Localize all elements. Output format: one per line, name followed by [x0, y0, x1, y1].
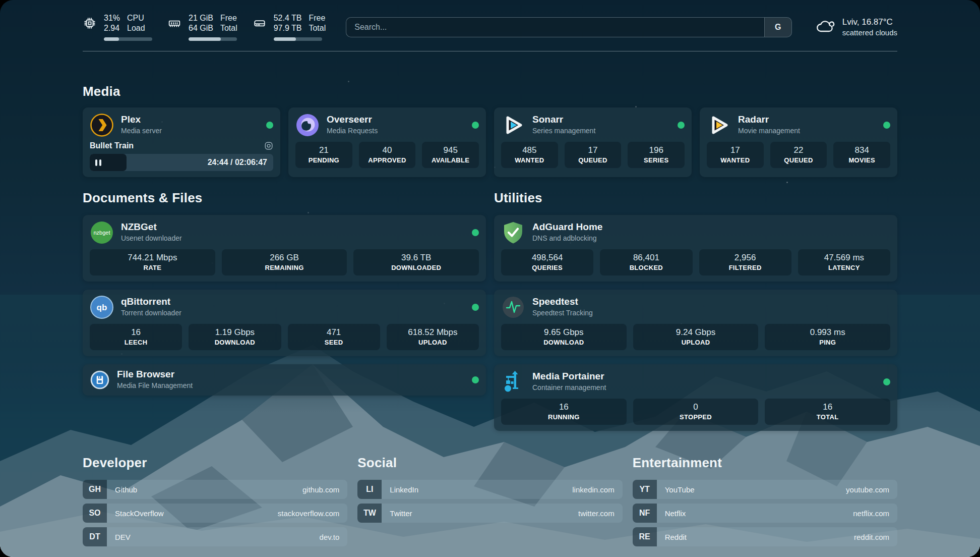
bookmark-github[interactable]: GH Github github.com [83, 480, 347, 499]
weather-widget: Lviv, 16.87°C scattered clouds [815, 17, 897, 38]
stat-value: 471 [291, 327, 377, 338]
stat-value: 9.24 Gbps [636, 327, 756, 338]
portainer-icon [501, 370, 525, 394]
search-bar: G [346, 17, 792, 37]
status-online-dot [472, 122, 479, 129]
app-card-filebrowser[interactable]: File Browser Media File Management [83, 364, 486, 396]
media-card-row: Plex Media server Bullet Train [83, 107, 897, 177]
weather-condition: scattered clouds [842, 27, 897, 38]
bookmark-group-developer: Developer GH Github github.com SO StackO… [83, 455, 347, 551]
disk-label-top: Free [309, 13, 326, 23]
app-card-radarr[interactable]: Radarr Movie management 17 WANTED 22 QUE… [700, 107, 897, 177]
stat-label: LEECH [93, 339, 179, 347]
stat-value: 834 [836, 145, 887, 155]
bookmark-dev[interactable]: DT DEV dev.to [83, 527, 347, 546]
disk-icon [253, 16, 267, 30]
stat-value: 9.65 Gbps [504, 327, 624, 338]
stat-value: 618.52 Mbps [390, 327, 476, 338]
stat-value: 2,956 [702, 253, 788, 263]
radarr-icon [707, 113, 731, 137]
bookmark-netflix[interactable]: NF Netflix netflix.com [633, 504, 897, 523]
bookmark-tag: LI [357, 480, 382, 499]
stat-value: 485 [504, 145, 555, 155]
bookmark-linkedin[interactable]: LI LinkedIn linkedin.com [357, 480, 622, 499]
stat-value: 16 [768, 402, 887, 412]
stat-label: PING [768, 339, 887, 347]
stat-value: 16 [504, 402, 624, 412]
stat-label: UPLOAD [636, 339, 756, 347]
stat-value: 0 [636, 402, 756, 412]
cpu-load-value: 2.94 [104, 23, 120, 33]
bookmark-twitter[interactable]: TW Twitter twitter.com [357, 504, 622, 523]
now-playing-icon[interactable] [264, 141, 273, 150]
bookmark-group-social: Social LI LinkedIn linkedin.com TW Twitt… [357, 455, 622, 551]
stat-tile-running: 16 RUNNING [501, 399, 627, 425]
pause-icon[interactable] [95, 159, 101, 166]
filebrowser-icon [90, 370, 110, 390]
stat-tile-upload: 9.24 Gbps UPLOAD [633, 324, 759, 350]
sonarr-icon [501, 113, 525, 137]
snow-specks [0, 0, 2, 2]
weather-location-temp: Lviv, 16.87°C [842, 17, 897, 27]
app-card-sonarr[interactable]: Sonarr Series management 485 WANTED 17 Q… [494, 107, 692, 177]
stat-value: 266 GB [225, 253, 344, 263]
status-online-dot [883, 378, 890, 385]
stat-tile-queries: 498,564 QUERIES [501, 249, 593, 275]
top-bar: 31% 2.94 CPU Load [83, 13, 897, 41]
stat-value: 744.21 Mbps [93, 253, 212, 263]
search-input[interactable] [346, 17, 792, 37]
bookmark-url: twitter.com [578, 509, 615, 518]
stat-tile-series: 196 SERIES [628, 142, 685, 168]
playback-time: 24:44 / 02:06:47 [208, 158, 267, 167]
stat-value: 21 [298, 145, 349, 155]
stat-label: AVAILABLE [425, 156, 476, 164]
bookmark-tag: YT [633, 480, 657, 499]
app-card-speedtest[interactable]: Speedtest Speedtest Tracking 9.65 Gbps D… [494, 290, 897, 356]
stat-tile-download: 9.65 Gbps DOWNLOAD [501, 324, 627, 350]
bookmark-tag: DT [83, 527, 107, 546]
section-title-documents: Documents & Files [83, 190, 486, 206]
bookmark-stackoverflow[interactable]: SO StackOverflow stackoverflow.com [83, 504, 347, 523]
app-description: Movie management [738, 125, 800, 136]
memory-label-bottom: Total [220, 23, 237, 33]
stat-label: SEED [291, 339, 377, 347]
stat-value: 22 [773, 145, 824, 155]
documents-column: Documents & Files nzbget NZBGet Usenet d [83, 190, 486, 396]
cpu-labels: CPU Load [127, 13, 145, 33]
cpu-label-bottom: Load [127, 23, 145, 33]
app-name: Plex [121, 114, 162, 125]
playback-progress-bar[interactable]: 24:44 / 02:06:47 [90, 154, 273, 171]
cpu-label-top: CPU [127, 13, 145, 23]
stat-label: MOVIES [836, 156, 887, 164]
app-name: Overseerr [327, 114, 378, 125]
stat-label: BLOCKED [603, 264, 689, 272]
cpu-icon [83, 16, 97, 30]
bookmark-tag: SO [83, 504, 107, 523]
bookmark-tag: GH [83, 480, 107, 499]
cpu-usage-value: 31% [104, 13, 120, 23]
app-name: Sonarr [532, 114, 595, 125]
stat-label: REMAINING [225, 264, 344, 272]
app-card-adguard[interactable]: AdGuard Home DNS and adblocking 498,564 … [494, 215, 897, 282]
stat-label: WANTED [710, 156, 761, 164]
bookmark-youtube[interactable]: YT YouTube youtube.com [633, 480, 897, 499]
cpu-progress-bar [104, 37, 152, 41]
stat-value: 1.19 Gbps [192, 327, 278, 338]
app-card-portainer[interactable]: Media Portainer Container management 16 … [494, 364, 897, 431]
bookmark-tag: TW [357, 504, 382, 523]
stat-label: QUEUED [773, 156, 824, 164]
bookmark-reddit[interactable]: RE Reddit reddit.com [633, 527, 897, 546]
overseerr-icon [295, 113, 320, 137]
search-engine-button[interactable]: G [764, 18, 791, 37]
section-title-utilities: Utilities [494, 190, 897, 206]
stat-label: UPLOAD [390, 339, 476, 347]
app-card-overseerr[interactable]: Overseerr Media Requests 21 PENDING 40 A… [288, 107, 486, 177]
stat-label: STOPPED [636, 413, 756, 421]
stat-value: 0.993 ms [768, 327, 887, 338]
app-card-qbittorrent[interactable]: qb qBittorrent Torrent downloader 16 LEE… [83, 290, 486, 356]
app-name: qBittorrent [121, 296, 181, 307]
app-card-nzbget[interactable]: nzbget NZBGet Usenet downloader 744.21 M… [83, 215, 486, 282]
app-description: DNS and adblocking [532, 233, 602, 244]
stat-tile-ping: 0.993 ms PING [765, 324, 890, 350]
app-card-plex[interactable]: Plex Media server Bullet Train [83, 107, 280, 177]
